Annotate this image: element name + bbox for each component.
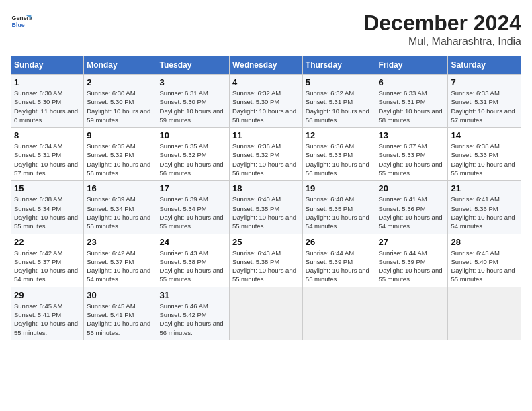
calendar-week-2: 8Sunrise: 6:34 AM Sunset: 5:31 PM Daylig…	[11, 128, 521, 181]
day-info: Sunrise: 6:42 AM Sunset: 5:37 PM Dayligh…	[14, 248, 81, 284]
calendar-cell: 12Sunrise: 6:36 AM Sunset: 5:33 PM Dayli…	[302, 128, 375, 181]
day-number: 12	[306, 130, 373, 140]
calendar-cell: 2Sunrise: 6:30 AM Sunset: 5:30 PM Daylig…	[84, 75, 157, 128]
col-header-sunday: Sunday	[11, 56, 84, 75]
day-number: 22	[14, 237, 81, 247]
day-info: Sunrise: 6:40 AM Sunset: 5:35 PM Dayligh…	[306, 195, 373, 230]
day-number: 4	[232, 77, 300, 87]
logo-icon: General Blue	[11, 11, 32, 32]
calendar-cell: 22Sunrise: 6:42 AM Sunset: 5:37 PM Dayli…	[11, 234, 84, 287]
calendar-cell: 8Sunrise: 6:34 AM Sunset: 5:31 PM Daylig…	[11, 128, 84, 181]
day-number: 11	[232, 130, 300, 140]
day-info: Sunrise: 6:37 AM Sunset: 5:33 PM Dayligh…	[378, 142, 445, 177]
day-info: Sunrise: 6:36 AM Sunset: 5:32 PM Dayligh…	[232, 142, 300, 177]
day-number: 2	[87, 77, 153, 87]
day-number: 26	[306, 237, 373, 247]
subtitle: Mul, Maharashtra, India	[363, 36, 521, 48]
calendar-cell: 10Sunrise: 6:35 AM Sunset: 5:32 PM Dayli…	[157, 128, 229, 181]
day-number: 16	[87, 183, 153, 193]
calendar-cell: 21Sunrise: 6:41 AM Sunset: 5:36 PM Dayli…	[448, 181, 521, 234]
calendar-cell: 23Sunrise: 6:42 AM Sunset: 5:37 PM Dayli…	[84, 234, 157, 287]
day-info: Sunrise: 6:45 AM Sunset: 5:41 PM Dayligh…	[87, 302, 153, 337]
calendar-cell: 25Sunrise: 6:43 AM Sunset: 5:38 PM Dayli…	[229, 234, 302, 287]
day-info: Sunrise: 6:41 AM Sunset: 5:36 PM Dayligh…	[451, 195, 518, 230]
month-title: December 2024	[363, 11, 521, 36]
day-info: Sunrise: 6:34 AM Sunset: 5:31 PM Dayligh…	[14, 142, 81, 177]
day-number: 29	[14, 290, 81, 300]
day-info: Sunrise: 6:32 AM Sunset: 5:31 PM Dayligh…	[306, 89, 373, 124]
calendar-cell: 24Sunrise: 6:43 AM Sunset: 5:38 PM Dayli…	[157, 234, 229, 287]
day-info: Sunrise: 6:41 AM Sunset: 5:36 PM Dayligh…	[378, 195, 445, 230]
calendar-cell: 13Sunrise: 6:37 AM Sunset: 5:33 PM Dayli…	[375, 128, 448, 181]
day-info: Sunrise: 6:31 AM Sunset: 5:30 PM Dayligh…	[160, 89, 226, 124]
day-number: 30	[87, 290, 153, 300]
day-number: 19	[306, 183, 373, 193]
day-number: 24	[160, 237, 226, 247]
calendar-cell: 14Sunrise: 6:38 AM Sunset: 5:33 PM Dayli…	[448, 128, 521, 181]
day-info: Sunrise: 6:35 AM Sunset: 5:32 PM Dayligh…	[160, 142, 226, 177]
day-number: 8	[14, 130, 81, 140]
day-number: 25	[232, 237, 300, 247]
calendar-cell	[375, 287, 448, 340]
calendar-cell: 15Sunrise: 6:38 AM Sunset: 5:34 PM Dayli…	[11, 181, 84, 234]
col-header-friday: Friday	[375, 56, 448, 75]
day-number: 9	[87, 130, 153, 140]
day-info: Sunrise: 6:45 AM Sunset: 5:40 PM Dayligh…	[451, 248, 518, 284]
day-number: 23	[87, 237, 153, 247]
calendar-week-5: 29Sunrise: 6:45 AM Sunset: 5:41 PM Dayli…	[11, 287, 521, 340]
calendar-cell	[448, 287, 521, 340]
day-info: Sunrise: 6:39 AM Sunset: 5:34 PM Dayligh…	[87, 195, 153, 230]
day-info: Sunrise: 6:42 AM Sunset: 5:37 PM Dayligh…	[87, 248, 153, 284]
calendar-cell: 17Sunrise: 6:39 AM Sunset: 5:34 PM Dayli…	[157, 181, 229, 234]
calendar-cell: 3Sunrise: 6:31 AM Sunset: 5:30 PM Daylig…	[157, 75, 229, 128]
calendar-cell: 19Sunrise: 6:40 AM Sunset: 5:35 PM Dayli…	[302, 181, 375, 234]
day-info: Sunrise: 6:38 AM Sunset: 5:34 PM Dayligh…	[14, 195, 81, 230]
day-info: Sunrise: 6:44 AM Sunset: 5:39 PM Dayligh…	[306, 248, 373, 284]
calendar-cell	[302, 287, 375, 340]
calendar-cell: 31Sunrise: 6:46 AM Sunset: 5:42 PM Dayli…	[157, 287, 229, 340]
day-info: Sunrise: 6:43 AM Sunset: 5:38 PM Dayligh…	[160, 248, 226, 284]
day-info: Sunrise: 6:43 AM Sunset: 5:38 PM Dayligh…	[232, 248, 300, 284]
day-info: Sunrise: 6:46 AM Sunset: 5:42 PM Dayligh…	[160, 302, 226, 337]
day-info: Sunrise: 6:44 AM Sunset: 5:39 PM Dayligh…	[378, 248, 445, 284]
day-number: 10	[160, 130, 226, 140]
calendar-cell: 20Sunrise: 6:41 AM Sunset: 5:36 PM Dayli…	[375, 181, 448, 234]
day-number: 14	[451, 130, 518, 140]
header: General Blue December 2024 Mul, Maharash…	[11, 11, 521, 48]
calendar-cell: 4Sunrise: 6:32 AM Sunset: 5:30 PM Daylig…	[229, 75, 302, 128]
day-info: Sunrise: 6:45 AM Sunset: 5:41 PM Dayligh…	[14, 302, 81, 337]
calendar-cell: 28Sunrise: 6:45 AM Sunset: 5:40 PM Dayli…	[448, 234, 521, 287]
col-header-saturday: Saturday	[448, 56, 521, 75]
svg-text:Blue: Blue	[12, 21, 25, 28]
day-number: 17	[160, 183, 226, 193]
day-info: Sunrise: 6:30 AM Sunset: 5:30 PM Dayligh…	[87, 89, 153, 124]
calendar-week-1: 1Sunrise: 6:30 AM Sunset: 5:30 PM Daylig…	[11, 75, 521, 128]
calendar-cell: 26Sunrise: 6:44 AM Sunset: 5:39 PM Dayli…	[302, 234, 375, 287]
day-info: Sunrise: 6:39 AM Sunset: 5:34 PM Dayligh…	[160, 195, 226, 230]
day-number: 20	[378, 183, 445, 193]
calendar-cell: 11Sunrise: 6:36 AM Sunset: 5:32 PM Dayli…	[229, 128, 302, 181]
calendar-cell: 27Sunrise: 6:44 AM Sunset: 5:39 PM Dayli…	[375, 234, 448, 287]
day-number: 6	[378, 77, 445, 87]
col-header-wednesday: Wednesday	[229, 56, 302, 75]
calendar-cell: 30Sunrise: 6:45 AM Sunset: 5:41 PM Dayli…	[84, 287, 157, 340]
day-number: 15	[14, 183, 81, 193]
day-info: Sunrise: 6:33 AM Sunset: 5:31 PM Dayligh…	[378, 89, 445, 124]
logo: General Blue	[11, 11, 32, 32]
day-number: 1	[14, 77, 81, 87]
calendar-cell: 5Sunrise: 6:32 AM Sunset: 5:31 PM Daylig…	[302, 75, 375, 128]
day-number: 7	[451, 77, 518, 87]
day-info: Sunrise: 6:30 AM Sunset: 5:30 PM Dayligh…	[14, 89, 81, 124]
day-number: 27	[378, 237, 445, 247]
day-info: Sunrise: 6:33 AM Sunset: 5:31 PM Dayligh…	[451, 89, 518, 124]
day-number: 31	[160, 290, 226, 300]
day-info: Sunrise: 6:36 AM Sunset: 5:33 PM Dayligh…	[306, 142, 373, 177]
calendar-table: SundayMondayTuesdayWednesdayThursdayFrid…	[11, 56, 521, 340]
col-header-monday: Monday	[84, 56, 157, 75]
day-number: 13	[378, 130, 445, 140]
calendar-cell: 7Sunrise: 6:33 AM Sunset: 5:31 PM Daylig…	[448, 75, 521, 128]
day-info: Sunrise: 6:40 AM Sunset: 5:35 PM Dayligh…	[232, 195, 300, 230]
title-area: December 2024 Mul, Maharashtra, India	[363, 11, 521, 48]
calendar-cell: 16Sunrise: 6:39 AM Sunset: 5:34 PM Dayli…	[84, 181, 157, 234]
calendar-cell	[229, 287, 302, 340]
